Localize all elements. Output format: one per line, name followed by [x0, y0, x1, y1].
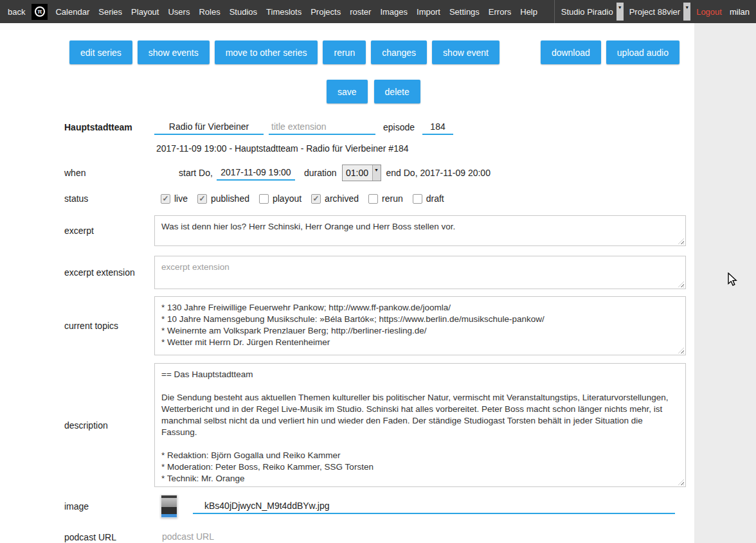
status-row: status live published playout archived — [0, 191, 694, 206]
status-checkbox-live[interactable]: live — [161, 193, 188, 204]
status-option-label: rerun — [382, 193, 403, 204]
project-select-value: Project 88vier — [629, 7, 680, 17]
checkbox-icon[interactable] — [197, 194, 207, 204]
excerpt-field: Was ist denn hier los? Herr Schinski, He… — [154, 215, 686, 246]
topbar-item-roles[interactable]: Roles — [199, 7, 220, 17]
save-delete-row: save delete — [327, 80, 694, 103]
show-events-button[interactable]: show events — [138, 40, 210, 64]
topbar-item-projects[interactable]: Projects — [310, 7, 341, 17]
status-option-label: draft — [426, 193, 444, 204]
logout-link[interactable]: Logout — [696, 7, 722, 17]
duration-select[interactable]: 01:00 — [342, 165, 381, 181]
topbar-item-import[interactable]: Import — [417, 7, 440, 17]
description-field: == Das Hauptstadtteam Die Sendung besteh… — [154, 363, 686, 487]
status-checkbox-published[interactable]: published — [197, 193, 249, 204]
status-option-label: live — [174, 193, 188, 204]
status-checkbox-draft[interactable]: draft — [413, 193, 444, 204]
save-button[interactable]: save — [327, 80, 368, 103]
toolbar-right-buttons: download upload audio — [541, 40, 680, 64]
status-checkbox-playout[interactable]: playout — [259, 193, 302, 204]
podcast-url-label: podcast URL — [64, 532, 154, 542]
status-option-label: archived — [325, 193, 359, 204]
excerpt-extension-row: excerpt extension — [0, 256, 694, 289]
toolbar-row: edit series show events move to other se… — [69, 40, 680, 64]
edit-series-button[interactable]: edit series — [69, 40, 132, 64]
download-button[interactable]: download — [541, 40, 601, 64]
top-navigation-bar: back Calendar Series Playout Users Roles… — [0, 0, 756, 23]
studio-select[interactable]: Studio Piradio — [561, 3, 624, 21]
episode-input[interactable] — [422, 120, 453, 135]
start-prefix-label: start Do, — [179, 168, 213, 178]
when-row: when start Do, duration 01:00 end Do, 20… — [0, 164, 694, 182]
studio-select-value: Studio Piradio — [561, 7, 613, 17]
topbar-item-roster[interactable]: roster — [350, 7, 371, 17]
topbar-item-series[interactable]: Series — [98, 7, 122, 17]
when-fields: start Do, duration 01:00 end Do, 2017-11… — [179, 165, 491, 181]
image-filename-input[interactable] — [193, 499, 675, 514]
current-topics-textarea[interactable]: * 130 Jahre Freiwillige Feuerwehr Pankow… — [154, 296, 686, 355]
checkbox-icon[interactable] — [161, 194, 170, 204]
excerpt-label: excerpt — [64, 226, 154, 236]
podcast-url-row: podcast URL — [0, 528, 694, 543]
upload-audio-button[interactable]: upload audio — [606, 40, 680, 64]
chevron-down-icon[interactable] — [372, 165, 381, 181]
description-row: description == Das Hauptstadtteam Die Se… — [0, 363, 694, 487]
checkbox-icon[interactable] — [311, 194, 321, 204]
when-label: when — [64, 168, 154, 178]
delete-button[interactable]: delete — [374, 80, 420, 103]
topbar-item-timeslots[interactable]: Timeslots — [266, 7, 302, 17]
checkbox-icon[interactable] — [259, 194, 269, 204]
title-row: Hauptstadtteam episode — [0, 118, 694, 137]
current-topics-row: current topics * 130 Jahre Freiwillige F… — [0, 296, 694, 355]
status-checkbox-group: live published playout archived rerun — [161, 193, 444, 204]
rerun-button[interactable]: rerun — [323, 40, 366, 64]
excerpt-extension-field — [154, 256, 686, 289]
status-option-label: playout — [273, 193, 302, 204]
excerpt-row: excerpt Was ist denn hier los? Herr Schi… — [0, 215, 694, 246]
checkbox-icon[interactable] — [368, 194, 378, 204]
back-link[interactable]: back — [8, 7, 25, 17]
chevron-down-icon[interactable] — [616, 3, 624, 21]
topbar-item-images[interactable]: Images — [380, 7, 408, 17]
description-textarea[interactable]: == Das Hauptstadtteam Die Sendung besteh… — [154, 363, 686, 487]
excerpt-textarea[interactable]: Was ist denn hier los? Herr Schinski, He… — [154, 215, 686, 246]
checkbox-icon[interactable] — [413, 194, 422, 204]
chevron-down-icon[interactable] — [683, 3, 690, 21]
topbar-item-errors[interactable]: Errors — [489, 7, 511, 17]
duration-select-value: 01:00 — [343, 165, 372, 181]
current-topics-field: * 130 Jahre Freiwillige Feuerwehr Pankow… — [154, 296, 686, 355]
topbar-divider — [554, 0, 555, 23]
image-thumbnail[interactable] — [161, 495, 177, 518]
start-datetime-input[interactable] — [217, 166, 295, 181]
topbar-item-help[interactable]: Help — [520, 7, 537, 17]
mouse-cursor — [728, 272, 741, 287]
excerpt-extension-textarea[interactable] — [154, 256, 686, 289]
status-checkbox-archived[interactable]: archived — [311, 193, 359, 204]
topbar-item-settings[interactable]: Settings — [449, 7, 480, 17]
description-label: description — [64, 420, 154, 431]
episode-label: episode — [383, 122, 415, 132]
status-label: status — [64, 193, 154, 204]
move-to-other-series-button[interactable]: move to other series — [215, 40, 318, 64]
end-datetime-label: end Do, 2017-11-09 20:00 — [386, 168, 491, 178]
duration-label: duration — [304, 168, 337, 178]
topbar-right-cluster: Studio Piradio Project 88vier Logout mil… — [554, 0, 750, 23]
episode-summary-line: 2017-11-09 19:00 - Hauptstadtteam - Radi… — [156, 143, 694, 154]
excerpt-extension-label: excerpt extension — [64, 267, 154, 278]
piradio-logo[interactable] — [32, 4, 48, 20]
topbar-item-playout[interactable]: Playout — [131, 7, 159, 17]
project-select[interactable]: Project 88vier — [629, 3, 690, 21]
podcast-url-input[interactable] — [154, 530, 686, 543]
topbar-item-calendar[interactable]: Calendar — [55, 7, 89, 17]
changes-button[interactable]: changes — [371, 40, 427, 64]
show-event-button[interactable]: show event — [432, 40, 500, 64]
title-extension-input[interactable] — [269, 120, 375, 135]
topbar-item-studios[interactable]: Studios — [230, 7, 257, 17]
title-input[interactable] — [154, 120, 264, 135]
status-checkbox-rerun[interactable]: rerun — [368, 193, 403, 204]
toolbar-left-buttons: edit series show events move to other se… — [69, 40, 500, 64]
username-label: milan — [730, 7, 750, 17]
topbar-item-users[interactable]: Users — [168, 7, 190, 17]
app-window: back Calendar Series Playout Users Roles… — [0, 0, 756, 543]
current-topics-label: current topics — [64, 321, 154, 331]
